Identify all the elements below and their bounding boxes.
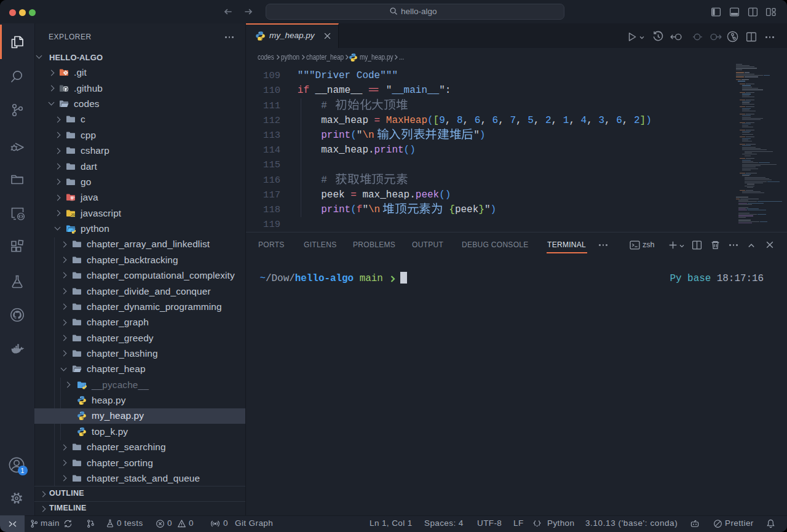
svg-text:JS: JS bbox=[71, 213, 75, 216]
